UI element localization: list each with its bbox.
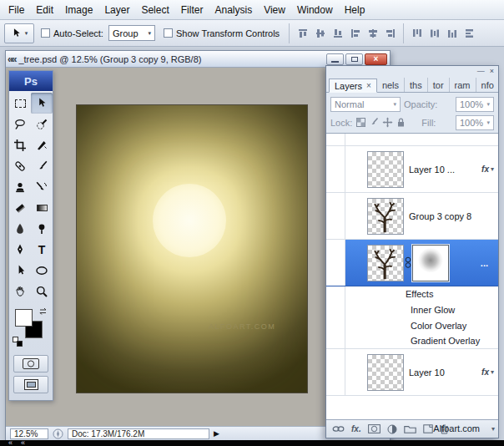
move-tool[interactable] bbox=[31, 93, 53, 114]
tab-histogram-truncated[interactable]: ram bbox=[450, 78, 476, 92]
clone-stamp-tool[interactable] bbox=[9, 176, 31, 197]
layer-row-partial[interactable] bbox=[326, 134, 498, 146]
align-left-edges-button[interactable] bbox=[346, 25, 364, 42]
zoom-tool[interactable] bbox=[31, 281, 53, 302]
visibility-cell[interactable] bbox=[326, 286, 345, 302]
menu-image[interactable]: Image bbox=[59, 0, 98, 19]
layer-thumbnail-tree[interactable] bbox=[367, 198, 404, 235]
align-vertical-centers-button[interactable] bbox=[311, 25, 329, 42]
collapse-chevrons-icon[interactable]: «« bbox=[6, 53, 18, 65]
visibility-cell[interactable] bbox=[326, 317, 345, 333]
visibility-cell[interactable] bbox=[326, 240, 345, 286]
visibility-cell[interactable] bbox=[326, 146, 345, 192]
lock-position-icon[interactable] bbox=[382, 117, 393, 128]
pen-tool[interactable] bbox=[9, 239, 31, 260]
menu-window[interactable]: Window bbox=[291, 0, 339, 19]
brush-tool[interactable] bbox=[31, 155, 53, 176]
menu-file[interactable]: File bbox=[3, 0, 30, 19]
visibility-cell[interactable] bbox=[326, 193, 345, 239]
tab-layers[interactable]: Layers× bbox=[329, 79, 377, 93]
type-tool[interactable]: T bbox=[31, 239, 53, 260]
lock-image-icon[interactable] bbox=[369, 117, 380, 128]
tab-close-icon[interactable]: × bbox=[366, 81, 371, 90]
layer-mask-thumbnail[interactable] bbox=[412, 245, 449, 281]
lasso-tool[interactable] bbox=[9, 114, 31, 134]
show-transform-checkbox[interactable] bbox=[164, 28, 173, 38]
menu-help[interactable]: Help bbox=[339, 0, 371, 19]
menu-select[interactable]: Select bbox=[135, 0, 174, 19]
blend-mode-dropdown[interactable]: Normal▾ bbox=[330, 97, 401, 112]
status-menu-arrow-icon[interactable]: ▶ bbox=[214, 429, 219, 438]
add-layer-style-icon[interactable]: fx. bbox=[351, 424, 361, 433]
healing-brush-tool[interactable] bbox=[9, 155, 31, 176]
panel-titlebar[interactable]: — × bbox=[326, 66, 498, 77]
align-right-edges-button[interactable] bbox=[381, 25, 399, 42]
link-layers-icon[interactable] bbox=[332, 425, 345, 433]
distribute-bottom-edges-button[interactable] bbox=[443, 25, 461, 42]
gradient-tool[interactable] bbox=[31, 197, 53, 218]
adjustment-layer-icon[interactable] bbox=[387, 424, 397, 434]
eraser-tool[interactable] bbox=[9, 197, 31, 218]
history-brush-tool[interactable] bbox=[31, 176, 53, 197]
layer-thumbnail[interactable] bbox=[367, 151, 404, 188]
layer-name[interactable]: Layer 10 bbox=[409, 367, 480, 378]
layer-thumbnail-tree[interactable] bbox=[367, 245, 404, 281]
foreground-color-swatch[interactable] bbox=[15, 309, 33, 327]
marquee-tool[interactable] bbox=[9, 93, 31, 114]
hand-tool[interactable] bbox=[9, 281, 31, 302]
menu-analysis[interactable]: Analysis bbox=[209, 0, 258, 19]
crop-tool[interactable] bbox=[9, 134, 31, 155]
effects-collapse-icon[interactable]: ▾ bbox=[491, 165, 494, 173]
tab-paths-truncated[interactable]: ths bbox=[405, 78, 428, 92]
quick-mask-button[interactable] bbox=[13, 355, 48, 373]
default-colors-icon[interactable] bbox=[13, 337, 23, 347]
panel-scroll-arrow-icon[interactable]: ▾ bbox=[491, 425, 495, 433]
path-selection-tool[interactable] bbox=[9, 260, 31, 281]
new-layer-icon[interactable] bbox=[423, 424, 433, 433]
layer-row-selected[interactable]: ... bbox=[326, 240, 498, 286]
layer-row-layer10-top[interactable]: Layer 10 ... fx ▾ bbox=[326, 146, 498, 193]
layer-name[interactable]: Layer 10 ... bbox=[409, 165, 480, 175]
layer-row-layer10-bottom[interactable]: Layer 10 fx ▾ bbox=[326, 349, 498, 396]
distribute-left-edges-button[interactable] bbox=[461, 25, 478, 42]
align-top-edges-button[interactable] bbox=[294, 25, 311, 42]
slice-tool[interactable] bbox=[31, 134, 53, 155]
layer-row-group3copy8[interactable]: Group 3 copy 8 bbox=[326, 193, 498, 240]
effect-row-gradient-overlay[interactable]: Gradient Overlay bbox=[326, 333, 498, 349]
taskbar-chevron-icon[interactable]: « bbox=[8, 441, 13, 445]
swap-colors-icon[interactable] bbox=[39, 307, 48, 316]
menu-layer[interactable]: Layer bbox=[98, 0, 135, 19]
panel-close-icon[interactable]: × bbox=[490, 68, 494, 75]
visibility-cell[interactable] bbox=[326, 134, 345, 145]
minimize-button[interactable] bbox=[326, 53, 344, 65]
tool-preset-picker[interactable]: ▾ bbox=[4, 23, 34, 43]
opacity-field[interactable]: 100%▾ bbox=[456, 97, 494, 112]
new-group-folder-icon[interactable] bbox=[404, 424, 416, 433]
auto-select-dropdown[interactable]: Group ▾ bbox=[108, 25, 155, 41]
effects-collapse-icon[interactable]: ▾ bbox=[491, 368, 494, 376]
visibility-cell[interactable] bbox=[326, 349, 345, 395]
tab-channels-truncated[interactable]: nels bbox=[377, 78, 405, 92]
effects-header-row[interactable]: Effects bbox=[326, 286, 498, 302]
effect-row-color-overlay[interactable]: Color Overlay bbox=[326, 317, 498, 333]
menu-view[interactable]: View bbox=[258, 0, 291, 19]
screen-mode-button[interactable] bbox=[13, 376, 48, 393]
align-bottom-edges-button[interactable] bbox=[329, 25, 346, 42]
blur-tool[interactable] bbox=[9, 218, 31, 239]
visibility-cell[interactable] bbox=[326, 333, 345, 348]
layer-name[interactable]: ... bbox=[481, 258, 488, 268]
quick-selection-tool[interactable] bbox=[31, 114, 53, 134]
menu-filter[interactable]: Filter bbox=[175, 0, 209, 19]
align-horizontal-centers-button[interactable] bbox=[364, 25, 381, 42]
tab-info-truncated[interactable]: nfo bbox=[476, 78, 500, 92]
visibility-cell[interactable] bbox=[326, 302, 345, 317]
mask-link-icon[interactable] bbox=[405, 256, 411, 269]
layer-name[interactable]: Group 3 copy 8 bbox=[409, 211, 498, 221]
close-button[interactable]: × bbox=[365, 53, 387, 65]
dodge-tool[interactable] bbox=[31, 218, 53, 239]
taskbar-chevron-icon[interactable]: « bbox=[21, 441, 25, 445]
zoom-field[interactable]: 12.5% bbox=[10, 428, 48, 439]
layer-thumbnail[interactable] bbox=[367, 354, 404, 391]
shape-tool[interactable] bbox=[31, 260, 53, 281]
distribute-vertical-centers-button[interactable] bbox=[426, 25, 443, 42]
